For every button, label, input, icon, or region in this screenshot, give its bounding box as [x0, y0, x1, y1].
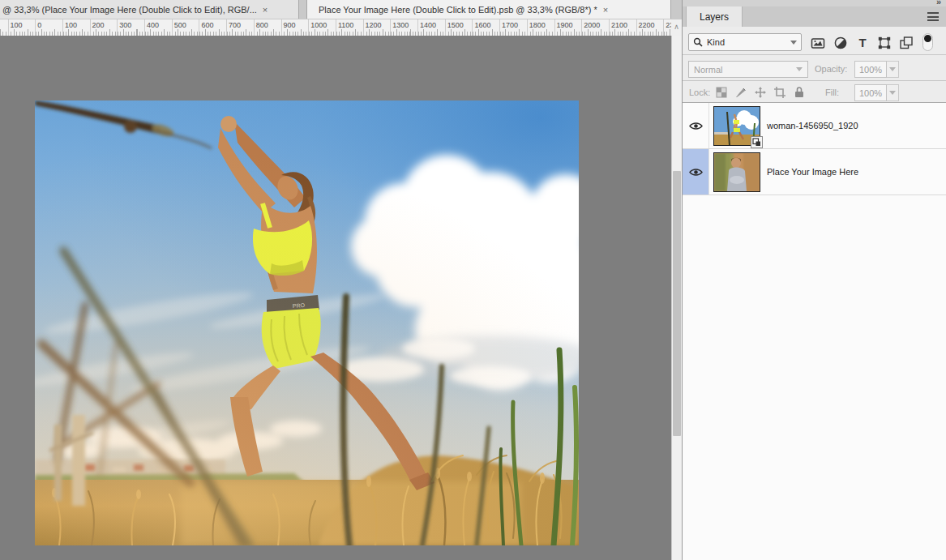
lock-label: Lock: [689, 88, 710, 97]
tab-layers[interactable]: Layers [686, 6, 743, 27]
chevron-down-icon [790, 41, 797, 45]
opacity-dropdown[interactable] [887, 61, 899, 78]
blend-mode-value: Normal [694, 65, 722, 75]
layer-thumbnail-image [713, 152, 760, 192]
filter-kind-dropdown[interactable]: Kind [688, 33, 802, 51]
panel-menu-icon[interactable] [927, 12, 939, 21]
lock-paint-icon[interactable] [734, 86, 747, 99]
layer-thumbnail[interactable] [713, 152, 760, 192]
layer-name[interactable]: woman-1456950_1920 [767, 121, 858, 130]
layer-row-woman[interactable]: woman-1456950_1920 [683, 103, 946, 149]
document-tab-inactive[interactable]: @ 33,3% (Place Your Image Here (Double C… [0, 0, 299, 19]
visibility-cell[interactable] [683, 149, 709, 195]
lock-row: Lock: Fill: 100% [683, 81, 946, 104]
shape-layer-filter-icon[interactable] [877, 36, 892, 50]
lock-transparency-icon[interactable] [715, 86, 728, 99]
photoshop-window: @ 33,3% (Place Your Image Here (Double C… [0, 0, 946, 560]
opacity-label: Opacity: [815, 64, 847, 74]
panel-tab-row: Layers [683, 6, 946, 28]
lock-all-icon[interactable] [793, 86, 806, 99]
layer-filtering-toggle[interactable] [922, 33, 933, 51]
layers-panel-body: Kind T Normal Opacity: 100% [683, 27, 946, 560]
svg-text:T: T [858, 36, 866, 49]
horizontal-ruler[interactable]: 1000100200300400500600700800900100011001… [0, 19, 671, 36]
visibility-cell[interactable] [683, 103, 709, 148]
layer-name[interactable]: Place Your Image Here [767, 167, 858, 177]
eye-icon [689, 122, 703, 130]
adjustment-layer-filter-icon[interactable] [833, 36, 848, 50]
document-image[interactable]: PRO [35, 100, 579, 545]
document-tab-title: Place Your Image Here (Double Click to E… [319, 5, 597, 15]
blend-mode-select[interactable]: Normal [688, 61, 808, 78]
vertical-scrollbar[interactable] [671, 36, 682, 560]
eye-icon [689, 168, 703, 177]
layers-panel: » Layers Kind T [682, 0, 946, 560]
scrollbar-thumb[interactable] [673, 171, 681, 436]
lock-artboard-icon[interactable] [773, 86, 786, 99]
search-icon [693, 37, 703, 47]
opacity-value-field[interactable]: 100% [854, 61, 887, 78]
layer-row-place-your-image[interactable]: Place Your Image Here [683, 149, 946, 195]
layer-list: woman-1456950_1920 [683, 102, 946, 560]
canvas-workspace[interactable]: PRO [0, 36, 671, 560]
close-tab-icon[interactable]: × [603, 5, 608, 15]
pixel-layer-filter-icon[interactable] [811, 36, 825, 50]
lock-position-icon[interactable] [754, 86, 767, 99]
filter-kind-label: Kind [707, 37, 790, 47]
close-tab-icon[interactable]: × [263, 5, 268, 15]
collapse-panel-icon[interactable]: » [936, 0, 941, 6]
document-tab-title: @ 33,3% (Place Your Image Here (Double C… [2, 5, 257, 15]
chevron-down-icon [796, 67, 803, 71]
type-layer-filter-icon[interactable]: T [855, 36, 870, 50]
fill-value-field[interactable]: 100% [854, 84, 887, 101]
smart-object-badge-icon [751, 136, 763, 148]
document-tab-active[interactable]: Place Your Image Here (Double Click to E… [306, 0, 671, 19]
layer-thumbnail[interactable] [713, 106, 760, 146]
smart-object-filter-icon[interactable] [899, 36, 914, 50]
toggle-knob [924, 35, 931, 42]
fill-label: Fill: [825, 88, 839, 97]
fill-dropdown[interactable] [887, 84, 899, 101]
panel-top-strip: » [683, 0, 946, 6]
document-tab-bar: @ 33,3% (Place Your Image Here (Double C… [0, 0, 682, 20]
layer-filter-row: Kind T [683, 30, 946, 54]
blend-mode-row: Normal Opacity: 100% [683, 58, 946, 80]
scroll-up-arrow-icon[interactable]: ∧ [671, 19, 682, 36]
